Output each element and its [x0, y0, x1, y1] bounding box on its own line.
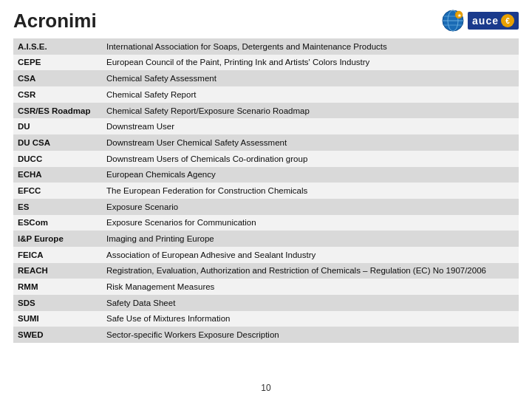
acronym-cell: ECHA [13, 167, 102, 183]
definition-cell: Imaging and Printing Europe [102, 231, 519, 247]
definition-cell: European Council of the Paint, Printing … [102, 55, 519, 71]
table-row: ECHAEuropean Chemicals Agency [13, 167, 519, 183]
acronym-cell: DUCC [13, 151, 102, 167]
acronym-cell: SDS [13, 295, 102, 311]
definition-cell: International Association for Soaps, Det… [102, 38, 519, 55]
definition-cell: Chemical Safety Report/Exposure Scenario… [102, 103, 519, 119]
definition-cell: Chemical Safety Report [102, 86, 519, 103]
definition-cell: Downstream User [102, 118, 519, 134]
definition-cell: Sector-specific Workers Exposure Descrip… [102, 327, 519, 343]
acronym-cell: CEPE [13, 55, 102, 71]
definition-cell: Safe Use of Mixtures Information [102, 311, 519, 327]
table-row: SWEDSector-specific Workers Exposure Des… [13, 327, 519, 343]
acronym-cell: I&P Europe [13, 231, 102, 247]
definition-cell: Downstream Users of Chemicals Co-ordinat… [102, 151, 519, 167]
acronym-cell: DU [13, 118, 102, 134]
definition-cell: Exposure Scenarios for Communication [102, 215, 519, 231]
table-row: ESComExposure Scenarios for Communicatio… [13, 215, 519, 231]
page-title: Acronimi [13, 10, 97, 33]
footer: 10 [0, 377, 532, 399]
table-row: A.I.S.E.International Association for So… [13, 38, 519, 55]
table-row: ESExposure Scenario [13, 199, 519, 215]
table-row: SUMISafe Use of Mixtures Information [13, 311, 519, 327]
table-row: CSR/ES RoadmapChemical Safety Report/Exp… [13, 103, 519, 119]
definition-cell: Association of European Adhesive and Sea… [102, 247, 519, 263]
table-row: RMMRisk Management Measures [13, 279, 519, 295]
definition-cell: European Chemicals Agency [102, 167, 519, 183]
acronyms-table: A.I.S.E.International Association for So… [13, 38, 519, 343]
definition-cell: Safety Data Sheet [102, 295, 519, 311]
acronym-cell: ESCom [13, 215, 102, 231]
acronym-cell: FEICA [13, 247, 102, 263]
table-container: A.I.S.E.International Association for So… [0, 38, 532, 377]
definition-cell: Risk Management Measures [102, 279, 519, 295]
acronym-cell: CSR [13, 86, 102, 103]
page: Acronimi ★ auce € A.I.S.E.International … [0, 0, 532, 399]
definition-cell: Exposure Scenario [102, 199, 519, 215]
acronym-cell: CSR/ES Roadmap [13, 103, 102, 119]
table-row: CSRChemical Safety Report [13, 86, 519, 103]
table-row: CSAChemical Safety Assessment [13, 70, 519, 86]
table-row: I&P EuropeImaging and Printing Europe [13, 231, 519, 247]
definition-cell: The European Federation for Construction… [102, 183, 519, 199]
acronym-cell: DU CSA [13, 134, 102, 151]
definition-cell: Chemical Safety Assessment [102, 70, 519, 86]
table-row: DU CSADownstream User Chemical Safety As… [13, 134, 519, 151]
header: Acronimi ★ auce € [0, 0, 532, 38]
acronym-cell: ES [13, 199, 102, 215]
auce-badge: € [501, 14, 514, 27]
table-row: REACHRegistration, Evaluation, Authoriza… [13, 263, 519, 279]
page-number: 10 [261, 383, 270, 393]
acronym-cell: REACH [13, 263, 102, 279]
globe-icon: ★ [441, 9, 465, 33]
auce-logo: auce € [468, 12, 519, 30]
acronym-cell: SUMI [13, 311, 102, 327]
definition-cell: Downstream User Chemical Safety Assessme… [102, 134, 519, 151]
table-row: EFCCThe European Federation for Construc… [13, 183, 519, 199]
auce-text: auce [472, 15, 499, 27]
acronym-cell: A.I.S.E. [13, 38, 102, 55]
table-row: CEPEEuropean Council of the Paint, Print… [13, 55, 519, 71]
definition-cell: Registration, Evaluation, Authorization … [102, 263, 519, 279]
logo-area: ★ auce € [441, 9, 519, 33]
acronym-cell: EFCC [13, 183, 102, 199]
table-row: FEICAAssociation of European Adhesive an… [13, 247, 519, 263]
table-row: SDSSafety Data Sheet [13, 295, 519, 311]
table-row: DUDownstream User [13, 118, 519, 134]
acronym-cell: RMM [13, 279, 102, 295]
acronym-cell: CSA [13, 70, 102, 86]
acronym-cell: SWED [13, 327, 102, 343]
table-row: DUCCDownstream Users of Chemicals Co-ord… [13, 151, 519, 167]
